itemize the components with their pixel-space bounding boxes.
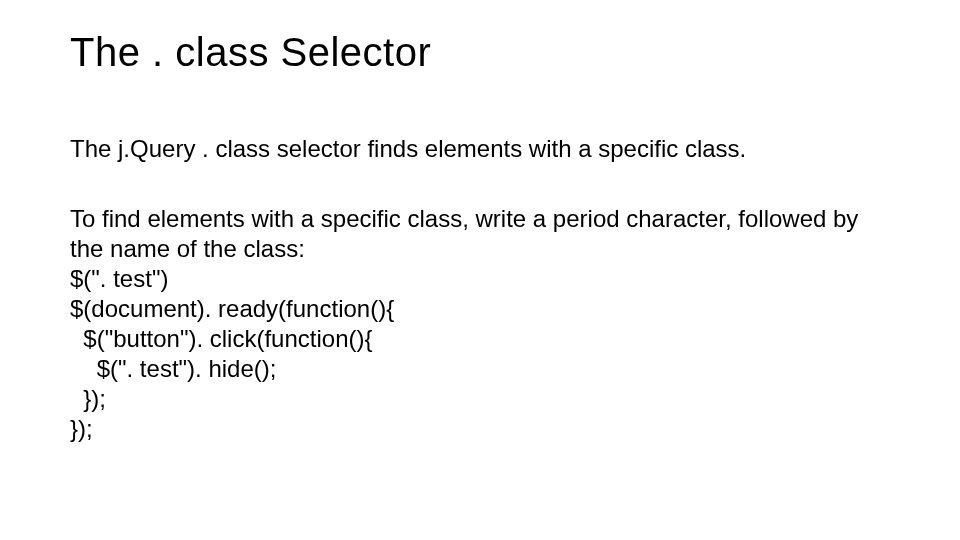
code-line-2: $(document). ready(function(){ xyxy=(70,294,890,324)
code-line-5: }); xyxy=(70,384,890,414)
description-paragraph: To find elements with a specific class, … xyxy=(70,204,890,264)
code-line-6: }); xyxy=(70,414,890,444)
intro-paragraph: The j.Query . class selector finds eleme… xyxy=(70,135,890,164)
code-line-1: $(". test") xyxy=(70,264,890,294)
slide-title: The . class Selector xyxy=(70,30,890,75)
code-line-4: $(". test"). hide(); xyxy=(70,354,890,384)
code-line-3: $("button"). click(function(){ xyxy=(70,324,890,354)
